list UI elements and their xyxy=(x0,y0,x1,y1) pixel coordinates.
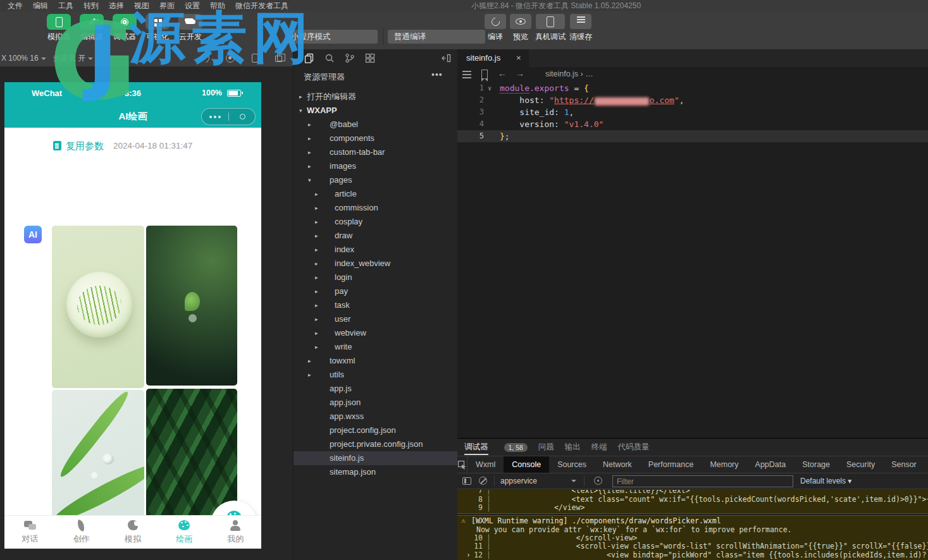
compile-mode-select[interactable]: 普通编译 xyxy=(388,30,485,44)
mode-select[interactable]: 小程序模式 xyxy=(285,30,378,44)
tree-item-user[interactable]: ▸user xyxy=(294,312,457,326)
tree-item-components[interactable]: ▸components xyxy=(294,131,457,145)
清缓存-button[interactable]: 清缓存 xyxy=(569,14,592,42)
live-expression-icon[interactable] xyxy=(594,477,602,485)
menu-item-界面[interactable]: 界面 xyxy=(154,0,180,11)
devtools-tab-Security[interactable]: Security xyxy=(838,456,883,473)
bookmark-icon[interactable] xyxy=(481,70,488,78)
extensions-icon[interactable] xyxy=(365,53,375,63)
tree-item-cosplay[interactable]: ▸cosplay xyxy=(294,215,457,229)
code-line-2[interactable]: 2 host: "https://o.com", xyxy=(457,94,928,106)
devtools-tab-Performance[interactable]: Performance xyxy=(640,456,702,473)
console-row-10[interactable]: 10| </scroll-view> xyxy=(457,534,928,543)
log-levels-select[interactable]: Default levels ▾ xyxy=(800,477,851,485)
screenshot-record-icon[interactable] xyxy=(226,54,235,63)
refresh-icon[interactable] xyxy=(199,52,211,64)
可视化-panel-button[interactable]: 可视化 xyxy=(143,14,172,42)
reuse-params-label[interactable]: 复用参数 xyxy=(66,140,104,152)
menu-item-帮助[interactable]: 帮助 xyxy=(205,0,230,11)
tree-item-打开的编辑器[interactable]: ▸打开的编辑器 xyxy=(294,90,457,104)
tree-item-task[interactable]: ▸task xyxy=(294,298,457,312)
device-scale-select[interactable]: X 100% 16 xyxy=(1,49,46,67)
tree-item-app.wxss[interactable]: app.wxss xyxy=(294,410,457,423)
tree-item-project.private.config.json[interactable]: project.private.config.json xyxy=(294,437,457,451)
sidebar-toggle-icon[interactable] xyxy=(462,477,471,485)
console-row-8[interactable]: 8| <text class="count" wx:if="{{tools.pi… xyxy=(457,496,928,504)
devtools-tab-Sources[interactable]: Sources xyxy=(549,456,595,473)
close-icon[interactable]: × xyxy=(516,53,521,63)
fold-icon[interactable]: ∨ xyxy=(488,82,492,94)
tab-绘画[interactable]: 绘画 xyxy=(159,516,210,549)
context-select[interactable]: appservice xyxy=(500,477,537,485)
编译-button[interactable]: 编译 xyxy=(485,14,506,42)
console-row-9[interactable]: 9| </view> xyxy=(457,504,928,513)
tree-item-@babel[interactable]: ▸@babel xyxy=(294,118,457,131)
hot-reload-toggle[interactable]: 热重载 开 xyxy=(53,49,93,67)
tree-item-commission[interactable]: ▸commission xyxy=(294,201,457,215)
tree-item-app.json[interactable]: app.json xyxy=(294,396,457,410)
tree-item-draw[interactable]: ▸draw xyxy=(294,229,457,243)
devtools-tab-Storage[interactable]: Storage xyxy=(794,456,838,473)
clear-console-icon[interactable] xyxy=(479,477,487,485)
tree-item-pages[interactable]: ▾pages xyxy=(294,173,457,187)
menu-item-文件[interactable]: 文件 xyxy=(3,0,28,11)
tree-item-login[interactable]: ▸login xyxy=(294,271,457,284)
tab-对话[interactable]: 对话 xyxy=(4,516,56,549)
tree-item-index_webview[interactable]: ▸index_webview xyxy=(294,257,457,271)
menu-item-设置[interactable]: 设置 xyxy=(180,0,205,11)
breadcrumb[interactable]: siteinfo.js › … xyxy=(545,70,593,78)
files-icon[interactable] xyxy=(304,53,314,63)
nav-forward-icon[interactable]: → xyxy=(516,68,524,78)
devtools-tab-Mo[interactable]: Mo xyxy=(925,456,928,473)
tab-siteinfo-js[interactable]: siteinfo.js × xyxy=(457,49,529,67)
devtools-tab-AppData[interactable]: AppData xyxy=(747,456,795,473)
menu-item-工具[interactable]: 工具 xyxy=(53,0,78,11)
code-line-4[interactable]: 4 version: "v1.4.0" xyxy=(457,118,928,130)
tree-item-app.js[interactable]: app.js xyxy=(294,382,457,396)
device-frame-icon[interactable] xyxy=(252,54,258,63)
console-row-12[interactable]: ›12| <view bindtap="pickWord" class="ite… xyxy=(457,551,928,560)
console-row-11[interactable]: 11| <scroll-view class="words-list" scro… xyxy=(457,542,928,551)
generated-image-1[interactable] xyxy=(52,226,144,388)
devtools-tab-Console[interactable]: Console xyxy=(504,456,549,473)
预览-button[interactable]: 预览 xyxy=(510,14,531,42)
menu-item-编辑[interactable]: 编辑 xyxy=(28,0,53,11)
tab-创作[interactable]: 创作 xyxy=(56,516,107,549)
调试器-panel-button[interactable]: 调试器 xyxy=(110,14,139,42)
debugger-tab-调试器[interactable]: 调试器 xyxy=(464,439,488,456)
menu-item-视图[interactable]: 视图 xyxy=(129,0,154,11)
debugger-tab-代码质量[interactable]: 代码质量 xyxy=(618,439,650,456)
code-line-1[interactable]: 1∨module.exports = { xyxy=(457,82,928,94)
menu-item-微信开发者工具[interactable]: 微信开发者工具 xyxy=(230,0,294,11)
tree-item-project.config.json[interactable]: project.config.json xyxy=(294,423,457,437)
filter-input[interactable] xyxy=(612,475,793,487)
tree-item-index[interactable]: ▸index xyxy=(294,243,457,257)
git-branch-icon[interactable] xyxy=(345,53,355,63)
devtools-tab-Wxml[interactable]: Wxml xyxy=(467,456,504,473)
search-icon[interactable] xyxy=(325,53,335,63)
tree-item-towxml[interactable]: ▸towxml xyxy=(294,354,457,368)
tree-item-WXAPP[interactable]: ▾WXAPP xyxy=(294,104,457,118)
真机调试-button[interactable]: 真机调试 xyxy=(535,14,566,42)
tab-模拟[interactable]: 模拟 xyxy=(107,516,158,549)
outline-icon[interactable] xyxy=(462,71,471,78)
more-actions-icon[interactable]: ••• xyxy=(431,70,443,80)
devtools-tab-Sensor[interactable]: Sensor xyxy=(883,456,925,473)
devtools-tab-Memory[interactable]: Memory xyxy=(702,456,746,473)
code-line-5[interactable]: 5}; xyxy=(457,130,928,142)
menu-item-转到[interactable]: 转到 xyxy=(78,0,104,11)
devtools-tab-Network[interactable]: Network xyxy=(595,456,640,473)
tree-item-article[interactable]: ▸article xyxy=(294,187,457,201)
code-area[interactable]: 1∨module.exports = {2 host: "https://o.c… xyxy=(457,82,928,142)
tree-item-webview[interactable]: ▸webview xyxy=(294,326,457,340)
tree-item-custom-tab-bar[interactable]: ▸custom-tab-bar xyxy=(294,145,457,159)
code-line-3[interactable]: 3 site_id: 1, xyxy=(457,106,928,118)
nav-back-icon[interactable]: ← xyxy=(498,68,507,78)
云开发-panel-button[interactable]: 云开发 xyxy=(176,14,205,42)
reuse-params-row[interactable]: 复用参数 2024-04-18 01:31:47 xyxy=(4,139,261,154)
console-output[interactable]: 7| <text>{{item.title}}</text>8| <text c… xyxy=(457,490,928,560)
detach-window-icon[interactable] xyxy=(275,56,282,62)
tree-item-write[interactable]: ▸write xyxy=(294,340,457,354)
tree-item-siteinfo.js[interactable]: siteinfo.js xyxy=(294,451,457,465)
tree-item-pay[interactable]: ▸pay xyxy=(294,284,457,298)
